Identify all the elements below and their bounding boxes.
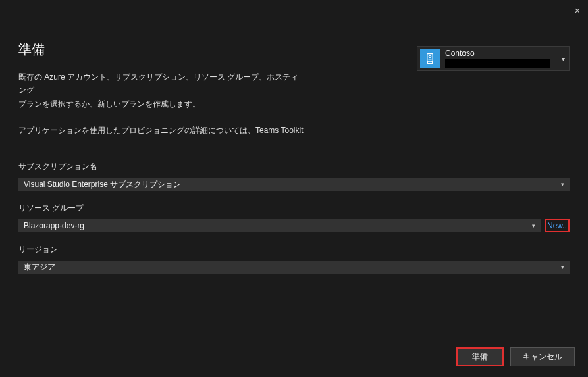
region-label: リージョン <box>18 244 570 255</box>
close-icon: × <box>575 5 580 16</box>
resource-group-dropdown[interactable]: Blazorapp-dev-rg ▾ <box>18 219 541 232</box>
description-line: プランを選択するか、新しいプランを作成します。 <box>18 97 302 111</box>
cancel-button[interactable]: キャンセル <box>510 347 575 366</box>
description-line: 既存の Azure アカウント、サブスクリプション、リソース グループ、ホスティ… <box>18 70 302 97</box>
resource-group-label: リソース グループ <box>18 203 570 214</box>
resource-group-row: Blazorapp-dev-rg ▾ New.. <box>18 219 570 232</box>
provision-button[interactable]: 準備 <box>456 347 504 366</box>
close-button[interactable]: × <box>575 5 580 16</box>
field-region: リージョン 東アジア ▾ <box>18 244 570 274</box>
dialog-content: 準備 既存の Azure アカウント、サブスクリプション、リソース グループ、ホ… <box>0 0 588 274</box>
subscription-value: Visual Studio Enterprise サブスクリプション <box>24 179 181 190</box>
page-title: 準備 <box>18 41 302 59</box>
subscription-dropdown[interactable]: Visual Studio Enterprise サブスクリプション ▾ <box>18 178 570 191</box>
new-resource-group-link[interactable]: New.. <box>545 219 570 232</box>
chevron-down-icon: ▾ <box>532 222 535 229</box>
region-row: 東アジア ▾ <box>18 261 570 274</box>
subscription-label: サブスクリプション名 <box>18 161 570 172</box>
account-selector[interactable]: Contoso ▾ <box>417 46 570 71</box>
account-name: Contoso <box>445 49 558 58</box>
account-badge-icon <box>420 49 440 68</box>
resource-group-value: Blazorapp-dev-rg <box>24 221 84 230</box>
field-resource-group: リソース グループ Blazorapp-dev-rg ▾ New.. <box>18 203 570 232</box>
field-subscription: サブスクリプション名 Visual Studio Enterprise サブスク… <box>18 161 570 191</box>
chevron-down-icon: ▾ <box>562 55 565 63</box>
header-text-block: 準備 既存の Azure アカウント、サブスクリプション、リソース グループ、ホ… <box>18 41 302 111</box>
svg-point-1 <box>429 55 431 57</box>
subtext: アプリケーションを使用したプロビジョニングの詳細については、Teams Tool… <box>18 125 570 136</box>
description: 既存の Azure アカウント、サブスクリプション、リソース グループ、ホスティ… <box>18 70 302 111</box>
account-details: Contoso <box>445 49 558 68</box>
header-row: 準備 既存の Azure アカウント、サブスクリプション、リソース グループ、ホ… <box>18 41 570 111</box>
region-value: 東アジア <box>24 262 55 273</box>
chevron-down-icon: ▾ <box>561 264 564 270</box>
chevron-down-icon: ▾ <box>561 181 564 188</box>
form-section: サブスクリプション名 Visual Studio Enterprise サブスク… <box>18 161 570 274</box>
account-sub-redacted <box>445 59 550 68</box>
region-dropdown[interactable]: 東アジア ▾ <box>18 261 570 274</box>
subscription-row: Visual Studio Enterprise サブスクリプション ▾ <box>18 178 570 191</box>
dialog-footer: 準備 キャンセル <box>456 347 575 366</box>
